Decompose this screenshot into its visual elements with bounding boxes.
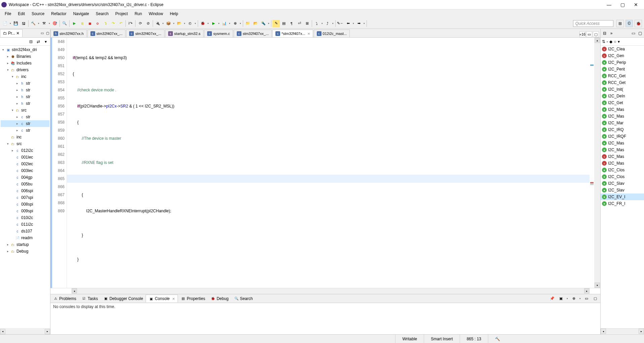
minimize-console-button[interactable]: ▭ <box>583 295 590 302</box>
build-button[interactable]: 🔨 <box>30 20 37 27</box>
display-console-button[interactable]: ▣ <box>557 295 565 302</box>
outline-item[interactable]: ●I2C_Mas <box>601 113 644 120</box>
outline-item-selected[interactable]: ●I2C_EV_I <box>601 194 644 200</box>
tree-file[interactable]: c006spi <box>1 187 49 194</box>
outline-item[interactable]: ●I2C_IRQ <box>601 126 644 133</box>
tab-tasks[interactable]: ☑Tasks <box>79 295 101 302</box>
suspend-button[interactable]: ⏸ <box>78 20 86 27</box>
back-button[interactable]: ⬅ <box>344 20 352 27</box>
tree-file[interactable]: c007spi <box>1 194 49 201</box>
debug-perspective-button[interactable]: 🐞 <box>635 20 642 27</box>
editor-tab[interactable]: hstm32f407xx.h <box>50 30 87 37</box>
menu-run[interactable]: Run <box>131 10 145 17</box>
overview-marker[interactable] <box>590 184 594 185</box>
tree-includes[interactable]: ▸📚Includes <box>1 60 49 67</box>
tab-console[interactable]: ▣Console✕ <box>146 295 178 302</box>
tree-hscrollbar[interactable]: ◂ ▸ <box>0 328 50 334</box>
editor-tab[interactable]: cstm32f407xx_... <box>234 30 272 37</box>
menu-source[interactable]: Source <box>28 10 48 17</box>
project-explorer-tab[interactable]: 🗀 Pr... ✕ <box>0 29 23 37</box>
minimize-button[interactable]: — <box>602 1 616 9</box>
tree-src[interactable]: ▾🗀src <box>1 140 49 147</box>
new-connection-button[interactable]: 🔌 <box>154 20 161 27</box>
line-number-gutter[interactable]: 848 849 850 851 852 853 854 855 856 857 … <box>52 38 67 288</box>
editor-tab[interactable]: cstm32f407xx_... <box>126 30 164 37</box>
minimize-view-button[interactable]: ▭ <box>631 31 636 36</box>
scroll-left-button[interactable]: ◂ <box>72 288 77 294</box>
status-build-icon[interactable]: 🔨 <box>488 335 507 343</box>
overflow-button[interactable]: » <box>609 31 614 36</box>
menu-project[interactable]: Project <box>112 10 131 17</box>
outline-item[interactable]: ●I2C_DeIn <box>601 93 644 99</box>
outline-item[interactable]: ●I2C_Clos <box>601 167 644 173</box>
tree-file[interactable]: c005bu <box>1 181 49 187</box>
scroll-right-button[interactable]: ▸ <box>45 329 50 334</box>
tree-file[interactable]: c003lec <box>1 167 49 174</box>
menu-edit[interactable]: Edit <box>14 10 28 17</box>
open-console-button[interactable]: ⊕ <box>570 295 577 302</box>
save-button[interactable]: 💾 <box>12 20 20 27</box>
build-all-button[interactable]: ⚒ <box>40 20 48 27</box>
build-dropdown[interactable]: ▾ <box>37 20 40 27</box>
close-icon[interactable]: ✕ <box>307 32 310 36</box>
maximize-view-button[interactable]: ▢ <box>637 31 643 36</box>
coverage-button[interactable]: ⊕ <box>231 20 239 27</box>
tree-file-active[interactable]: ▸cstr <box>1 120 49 127</box>
hide-fields-button[interactable]: ▫ <box>607 39 608 44</box>
overview-marker[interactable] <box>590 182 594 183</box>
menu-refactor[interactable]: Refactor <box>48 10 70 17</box>
selection-mode-button[interactable]: ⊞ <box>303 20 311 27</box>
resume-button[interactable]: ▶ <box>71 20 78 27</box>
tree-file[interactable]: 📄readm <box>1 234 49 241</box>
tree-drivers-inc[interactable]: ▾🗀inc <box>1 73 49 80</box>
tab-debug[interactable]: 🐞Debug <box>208 295 231 302</box>
outline-item[interactable]: ●RCC_Get <box>601 73 644 79</box>
scroll-right-button[interactable]: ▸ <box>584 288 590 294</box>
open-perspective-button[interactable]: ⊞ <box>616 20 624 27</box>
outline-item[interactable]: ●I2C_Slav <box>601 180 644 187</box>
instruction-step-button[interactable]: i↷ <box>127 20 134 27</box>
debug-button[interactable]: 🐞 <box>199 20 206 27</box>
toggle-mark-button[interactable]: ✎ <box>272 20 280 27</box>
editor-tab[interactable]: sstartup_stm32.s <box>165 30 203 37</box>
close-icon[interactable]: ✕ <box>16 31 20 36</box>
editor-tab[interactable]: c012i2c_mast... <box>314 30 350 37</box>
tree-drivers-src[interactable]: ▾🗀src <box>1 107 49 114</box>
outline-item[interactable]: sI2C_Clea <box>601 46 644 52</box>
open-task-button[interactable]: 📁 <box>244 20 252 27</box>
step-into-button[interactable]: ↴ <box>102 20 109 27</box>
restart-button[interactable]: ⟳ <box>137 20 144 27</box>
next-annotation-button[interactable]: ⤵ <box>313 20 320 27</box>
scroll-left-button[interactable]: ◂ <box>601 329 606 334</box>
run-button[interactable]: ▶ <box>210 20 217 27</box>
scroll-right-button[interactable]: ▸ <box>639 329 644 334</box>
save-all-button[interactable]: 🖫 <box>20 20 27 27</box>
tree-binaries[interactable]: ▸⬢Binaries <box>1 53 49 60</box>
menu-file[interactable]: File <box>1 10 14 17</box>
tree-project-root[interactable]: ▾▣stm32f4xx_dri <box>1 46 49 53</box>
open-project-button[interactable]: 📂 <box>252 20 259 27</box>
close-button[interactable]: ✕ <box>629 1 643 9</box>
maximize-button[interactable]: ▢ <box>616 1 629 9</box>
tree-file[interactable]: cds107 <box>1 228 49 234</box>
overview-marker[interactable] <box>590 65 594 66</box>
last-edit-button[interactable]: ✎← <box>337 20 344 27</box>
new-dropdown[interactable]: ▾ <box>9 20 12 27</box>
tree-startup[interactable]: ▸🗀startup <box>1 241 49 248</box>
maximize-console-button[interactable]: ▢ <box>592 295 599 302</box>
toggle-button[interactable]: 🔍 <box>61 20 68 27</box>
minimize-view-button[interactable]: ▭ <box>39 31 45 36</box>
tab-problems[interactable]: ⚠Problems <box>50 295 79 302</box>
minimize-editor-button[interactable]: ▭ <box>586 31 592 37</box>
new-button[interactable]: 📄 <box>1 20 9 27</box>
step-return-button[interactable]: ↶ <box>117 20 124 27</box>
tree-file[interactable]: ▸c012i2c <box>1 147 49 154</box>
toggle-word-wrap-button[interactable]: ⏎ <box>296 20 303 27</box>
terminate-button[interactable]: ⏹ <box>86 20 93 27</box>
editor-tab-active[interactable]: c*stm32f407x...✕ <box>272 30 313 37</box>
menu-window[interactable]: Window <box>145 10 166 17</box>
editor-vscrollbar[interactable]: ▴ ▾ <box>594 38 600 288</box>
forward-button[interactable]: ➡ <box>355 20 363 27</box>
pin-console-button[interactable]: 📌 <box>548 295 556 302</box>
maximize-editor-button[interactable]: ▢ <box>593 31 599 37</box>
